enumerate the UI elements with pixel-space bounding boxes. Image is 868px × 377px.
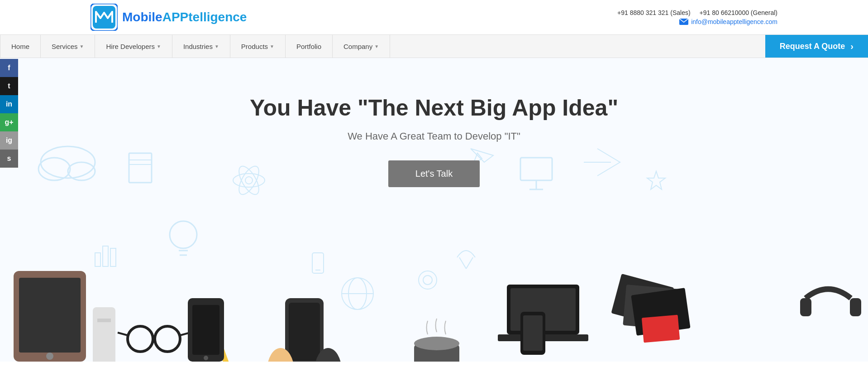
nav-hire-developers[interactable]: Hire Developers ▼ <box>95 35 172 58</box>
hero-content: You Have "The Next Big App Idea" We Have… <box>250 94 618 187</box>
hero-subtitle: We Have A Great Team to Develop "IT" <box>250 130 618 142</box>
svg-point-5 <box>68 162 95 180</box>
social-linkedin-button[interactable]: in <box>0 95 18 113</box>
hire-developers-arrow: ▼ <box>157 44 161 49</box>
svg-rect-47 <box>192 305 219 355</box>
logo-icon <box>91 4 118 31</box>
svg-point-33 <box>46 353 53 360</box>
svg-point-48 <box>204 356 208 360</box>
request-quote-button[interactable]: Request A Quote › <box>765 35 868 58</box>
nav-items: Home Services ▼ Hire Developers ▼ Indust… <box>0 35 765 58</box>
contact-info: +91 8880 321 321 (Sales) +91 80 66210000… <box>617 9 777 25</box>
social-google-button[interactable]: g+ <box>0 113 18 131</box>
email-line: info@mobileapptelligence.com <box>679 18 777 25</box>
nav-industries[interactable]: Industries ▼ <box>172 35 230 58</box>
logo-mobile: Mobile <box>122 10 162 24</box>
main-nav: Home Services ▼ Hire Developers ▼ Indust… <box>0 34 868 58</box>
svg-rect-62 <box>800 298 811 316</box>
svg-rect-63 <box>850 298 861 316</box>
nav-products[interactable]: Products ▼ <box>230 35 286 58</box>
svg-point-56 <box>414 337 459 350</box>
company-arrow: ▼ <box>374 44 379 49</box>
social-share-button[interactable]: s <box>0 150 18 168</box>
nav-portfolio[interactable]: Portfolio <box>286 35 333 58</box>
phone-sales: +91 8880 321 321 (Sales) <box>617 9 691 16</box>
svg-rect-67 <box>642 315 680 343</box>
nav-home[interactable]: Home <box>0 35 41 58</box>
email-icon <box>679 19 688 25</box>
logo-area[interactable]: MobileAPPtelligence <box>91 4 247 31</box>
logo-text: MobileAPPtelligence <box>122 10 247 24</box>
svg-rect-61 <box>523 315 543 351</box>
quote-chevron: › <box>850 41 854 52</box>
svg-line-42 <box>118 333 128 335</box>
social-sidebar: f t in g+ ig s <box>0 59 18 168</box>
hero-title: You Have "The Next Big App Idea" <box>250 94 618 121</box>
svg-rect-50 <box>289 303 320 361</box>
svg-point-39 <box>128 326 153 352</box>
social-instagram-button[interactable]: ig <box>0 131 18 150</box>
phone-general: +91 80 66210000 (General) <box>700 9 777 16</box>
services-arrow: ▼ <box>80 44 84 49</box>
svg-rect-35 <box>97 319 111 322</box>
svg-rect-32 <box>19 278 81 353</box>
svg-rect-6 <box>129 153 152 183</box>
nav-services[interactable]: Services ▼ <box>41 35 95 58</box>
lets-talk-button[interactable]: Let's Talk <box>388 160 480 187</box>
svg-point-4 <box>38 158 70 180</box>
logo-apptelligence: APPtelligence <box>162 10 247 24</box>
nav-company[interactable]: Company ▼ <box>333 35 390 58</box>
industries-arrow: ▼ <box>215 44 219 49</box>
svg-point-40 <box>155 326 180 352</box>
hero-devices-illustration <box>0 208 868 362</box>
svg-rect-34 <box>93 307 115 362</box>
phone-numbers: +91 8880 321 321 (Sales) +91 80 66210000… <box>617 9 777 16</box>
social-facebook-button[interactable]: f <box>0 59 18 77</box>
hero-section: You Have "The Next Big App Idea" We Have… <box>0 58 868 362</box>
header: MobileAPPtelligence +91 8880 321 321 (Sa… <box>0 0 868 34</box>
products-arrow: ▼ <box>270 44 274 49</box>
social-twitter-button[interactable]: t <box>0 77 18 95</box>
svg-point-3 <box>41 146 95 178</box>
email-address: info@mobileapptelligence.com <box>691 18 777 25</box>
